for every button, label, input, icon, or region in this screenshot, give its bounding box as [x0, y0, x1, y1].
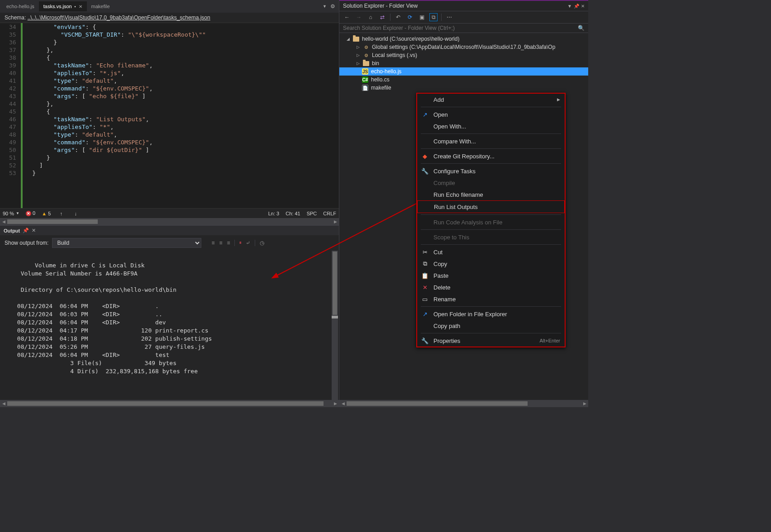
clear-output-icon[interactable]: ײ: [239, 240, 241, 246]
schema-path[interactable]: ..\..\..\Microsoft\VisualStudio\17.0_9ba…: [28, 14, 210, 21]
properties-icon[interactable]: ⋯: [445, 14, 453, 20]
cm-run-echo[interactable]: Run Echo filename: [417, 189, 565, 200]
dirty-indicator-icon: ▪: [75, 5, 76, 9]
close-output-icon[interactable]: ✕: [32, 228, 36, 233]
cm-scope: Scope to This: [417, 231, 565, 243]
folder-icon: [363, 61, 369, 66]
tab-overflow-icon[interactable]: ▼: [321, 4, 328, 9]
cm-compare[interactable]: Compare With...: [417, 135, 565, 147]
line-number-gutter: 3435363738394041424344454647484950515253: [0, 23, 21, 208]
tree-global-settings[interactable]: ▷ ⚙ Global settings (C:\AppData\Local\Mi…: [339, 43, 588, 51]
tab-settings-icon[interactable]: ⚙: [328, 3, 337, 10]
tab-echo-hello[interactable]: echo-hello.js: [2, 1, 39, 11]
se-dropdown-icon[interactable]: ▼: [567, 4, 572, 9]
cm-compile: Compile: [417, 177, 565, 189]
code-body[interactable]: "envVars": { "VSCMD_START_DIR": "\"${wor…: [23, 23, 206, 208]
tree-label: hello.cs: [371, 76, 390, 83]
code-editor[interactable]: 3435363738394041424344454647484950515253…: [0, 23, 339, 208]
tree-local-settings[interactable]: ▷ ⚙ Local settings (.vs): [339, 51, 588, 59]
cm-cut[interactable]: ✂Cut: [417, 246, 565, 258]
se-toolbar: ← → ⌂ ⇄ ↶ ⟳ ▣ ⧉ ⋯: [339, 11, 588, 24]
indent-icon[interactable]: ≡: [211, 240, 214, 246]
se-title-bar: Solution Explorer - Folder View ▼ 📌 ✕: [339, 1, 588, 11]
search-icon[interactable]: 🔍: [578, 25, 585, 31]
cm-copy[interactable]: ⧉Copy: [417, 258, 565, 270]
se-search-input[interactable]: [343, 25, 578, 31]
nav-down-icon[interactable]: ↓: [71, 211, 80, 216]
schema-bar[interactable]: Schema: ..\..\..\Microsoft\VisualStudio\…: [0, 13, 339, 23]
se-horizontal-scrollbar[interactable]: ◀▶: [339, 400, 588, 407]
se-pin-icon[interactable]: 📌: [574, 4, 579, 9]
cm-run-list-outputs[interactable]: Run List Outputs: [417, 200, 565, 213]
output-text: Volume in drive C is Local Disk Volume S…: [14, 262, 212, 375]
status-indent[interactable]: SPC: [307, 211, 317, 216]
forward-icon[interactable]: →: [355, 14, 363, 20]
git-icon: ◆: [421, 152, 429, 160]
output-body[interactable]: Volume in drive C is Local Disk Volume S…: [0, 251, 339, 400]
collapse-icon[interactable]: ▣: [418, 14, 426, 20]
output-source-select[interactable]: Build: [52, 238, 201, 248]
cm-code-analysis: Run Code Analysis on File: [417, 216, 565, 228]
status-col[interactable]: Ch: 41: [286, 211, 300, 216]
se-close-icon[interactable]: ✕: [581, 4, 585, 9]
cm-rename[interactable]: ▭Rename: [417, 293, 565, 305]
editor-horizontal-scrollbar[interactable]: ◀▶: [0, 218, 339, 225]
cm-properties[interactable]: 🔧PropertiesAlt+Enter: [417, 335, 565, 347]
tree-hello-cs[interactable]: C# hello.cs: [339, 76, 588, 84]
wrench-icon: 🔧: [421, 167, 429, 175]
cs-file-icon: C#: [362, 76, 368, 83]
tree-echo-hello-js[interactable]: JS echo-hello.js: [339, 67, 588, 76]
file-icon: 📄: [362, 85, 368, 91]
cm-add[interactable]: Add▶: [417, 94, 565, 105]
cm-shortcut: Alt+Enter: [539, 338, 560, 343]
status-line[interactable]: Ln: 3: [268, 211, 279, 216]
cm-configure-tasks[interactable]: 🔧Configure Tasks: [417, 165, 565, 177]
back-icon[interactable]: ←: [343, 14, 351, 20]
solution-tree[interactable]: ◢ hello-world (C:\source\repos\hello-wor…: [339, 33, 588, 94]
cm-open-with[interactable]: Open With...: [417, 120, 565, 132]
status-eol[interactable]: CRLF: [323, 211, 336, 216]
se-title: Solution Explorer - Folder View: [343, 3, 418, 9]
clock-icon[interactable]: ◷: [260, 240, 264, 246]
step-icon[interactable]: ≡: [227, 240, 230, 246]
switch-view-icon[interactable]: ⇄: [378, 14, 386, 20]
output-title: Output: [4, 228, 20, 233]
cm-copy-path[interactable]: Copy path: [417, 320, 565, 332]
refresh-icon[interactable]: ⟳: [406, 14, 414, 20]
schema-label: Schema:: [5, 14, 26, 21]
cm-open-folder[interactable]: ↗Open Folder in File Explorer: [417, 308, 565, 320]
outdent-icon[interactable]: ≡: [219, 240, 222, 246]
context-menu: Add▶ ↗Open Open With... Compare With... …: [416, 93, 566, 347]
show-all-files-icon[interactable]: ⧉: [429, 13, 438, 21]
nav-up-icon[interactable]: ↑: [57, 211, 65, 216]
collapse-arrow-icon[interactable]: ◢: [346, 37, 350, 41]
tab-tasks-vs-json[interactable]: tasks.vs.json ▪ ✕: [39, 1, 87, 11]
explorer-icon: ↗: [421, 310, 429, 318]
editor-panel: echo-hello.js tasks.vs.json ▪ ✕ makefile…: [0, 0, 339, 407]
expand-arrow-icon[interactable]: ▷: [356, 45, 360, 49]
settings-icon: ⚙: [363, 44, 369, 50]
warning-count[interactable]: ▲ 5: [42, 211, 51, 216]
cm-git[interactable]: ◆Create Git Repository...: [417, 150, 565, 162]
output-horizontal-scrollbar[interactable]: ◀▶: [0, 400, 339, 407]
tree-root[interactable]: ◢ hello-world (C:\source\repos\hello-wor…: [339, 35, 588, 43]
output-header: Output 📌 ✕: [0, 225, 339, 235]
sync-back-icon[interactable]: ↶: [394, 14, 402, 20]
tree-label: hello-world (C:\source\repos\hello-world…: [362, 36, 459, 42]
js-file-icon: JS: [362, 68, 368, 75]
tree-bin[interactable]: ▷ bin: [339, 59, 588, 67]
scissors-icon: ✂: [421, 248, 429, 256]
cm-delete[interactable]: ✕Delete: [417, 281, 565, 293]
tab-makefile[interactable]: makefile: [87, 1, 114, 11]
home-icon[interactable]: ⌂: [366, 14, 375, 20]
output-scrollbar[interactable]: [332, 251, 338, 400]
tree-makefile[interactable]: 📄 makefile: [339, 84, 588, 92]
pin-icon[interactable]: 📌: [23, 228, 29, 233]
error-count[interactable]: ✕ 0: [26, 210, 35, 216]
close-tab-icon[interactable]: ✕: [79, 4, 82, 9]
cm-paste[interactable]: 📋Paste: [417, 270, 565, 281]
cm-open[interactable]: ↗Open: [417, 109, 565, 120]
wrap-icon[interactable]: ⤶: [246, 240, 250, 246]
se-search[interactable]: 🔍: [339, 24, 588, 33]
zoom-level[interactable]: 90 %▼: [3, 211, 19, 216]
